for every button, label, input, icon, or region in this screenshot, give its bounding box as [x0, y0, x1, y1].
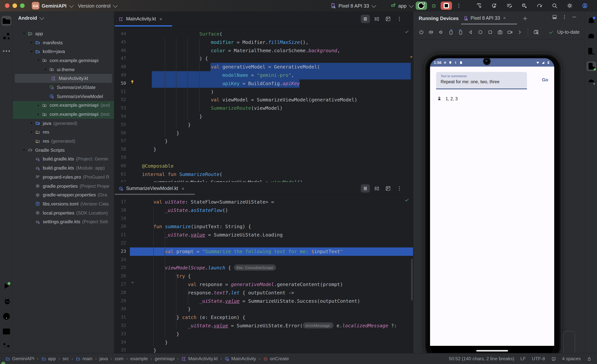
profiler-icon[interactable]	[505, 1, 513, 10]
volume-up-icon[interactable]	[427, 28, 435, 36]
code-line-46[interactable]: 46 color = MaterialTheme.colorScheme.bac…	[114, 46, 413, 55]
tree-chevron-icon[interactable]	[29, 49, 34, 54]
more-vertical-icon[interactable]	[456, 3, 462, 9]
tree-item-kotlin-java[interactable]: kotlin+java	[13, 47, 114, 56]
problems-icon[interactable]	[1, 311, 11, 321]
line-number[interactable]: 28	[114, 289, 126, 297]
code-line-33[interactable]: 33 }	[114, 330, 413, 338]
line-number[interactable]: 33	[114, 330, 126, 338]
more-chevron-icon[interactable]	[516, 28, 524, 36]
code-line-44[interactable]: 44 Surface(	[114, 30, 413, 38]
tree-item-libs-versions-toml[interactable]: libs.versions.toml(Version Cata	[13, 199, 114, 208]
code-line-52[interactable]: 52 val viewModel = SummarizeViewModel(ge…	[114, 96, 413, 104]
code-line-50[interactable]: 50 apiKey = BuildConfig.apiKey	[114, 79, 413, 88]
volume-down-icon[interactable]	[437, 28, 445, 36]
code-line-60[interactable]: 60@Composable	[114, 162, 413, 170]
tree-chevron-icon[interactable]	[21, 31, 27, 36]
more-vertical-icon[interactable]	[395, 15, 404, 23]
project-view-selector[interactable]: Android	[13, 11, 114, 24]
tab-mainactivity[interactable]: MainActivity.kt ×	[115, 11, 166, 26]
line-number[interactable]: 19	[114, 214, 126, 223]
code-line-47[interactable]: 47 ) {	[114, 55, 413, 63]
split-editor-icon[interactable]	[372, 15, 381, 23]
inspect-icon[interactable]	[532, 28, 540, 36]
run-configuration[interactable]: app	[390, 0, 413, 11]
code-line-30[interactable]: 30 }	[114, 305, 413, 313]
line-number[interactable]: 25	[114, 264, 126, 272]
tree-item-build-gradle-kts[interactable]: build.gradle.kts(Project: Gemin	[13, 155, 114, 163]
add-device-tab-icon[interactable]	[521, 14, 529, 23]
code-line-54[interactable]: 54 }	[114, 112, 413, 121]
code-line-20[interactable]: 20 fun summarize(inputText: String) {	[114, 223, 413, 231]
tree-item-java[interactable]: java(generated)	[13, 119, 114, 128]
tree-chevron-icon[interactable]	[36, 112, 41, 116]
line-number[interactable]: 53	[114, 104, 126, 112]
gesture-pill[interactable]	[476, 350, 508, 351]
overview-icon[interactable]	[486, 28, 495, 36]
line-number[interactable]: 44	[114, 30, 126, 38]
line-number[interactable]: 50	[114, 79, 126, 88]
version-control-icon[interactable]	[1, 342, 11, 351]
editor-mainactivity[interactable]: 44 Surface(45 modifier = Modifier.fillMa…	[114, 27, 413, 182]
line-number[interactable]: 51	[114, 88, 126, 96]
settings-gear-icon[interactable]	[566, 1, 574, 10]
line-number[interactable]: 55	[114, 121, 126, 129]
code-line-45[interactable]: 45 modifier = Modifier.fillMaxSize(),	[114, 38, 413, 46]
code-line-22[interactable]: 22	[114, 239, 413, 248]
sync-and-refactor-icon[interactable]	[490, 1, 498, 10]
build-hammer-icon[interactable]	[475, 1, 483, 10]
code-line-61[interactable]: 61internal fun SummarizeRoute(	[114, 170, 413, 178]
code-line-49[interactable]: 49 modelName = "gemini-pro",	[114, 71, 413, 79]
rotate-right-icon[interactable]	[456, 28, 465, 36]
vcs-menu[interactable]: Version control	[78, 0, 117, 11]
line-number[interactable]: 31	[114, 313, 126, 322]
code-line-27[interactable]: 27 val response = generativeModel.genera…	[114, 280, 413, 289]
breadcrumb-main[interactable]: main	[76, 356, 92, 361]
code-line-31[interactable]: 31 } catch (e: Exception) {	[114, 313, 413, 322]
tree-item-build-gradle-kts[interactable]: build.gradle.kts(Module :app)	[13, 164, 114, 172]
debug-bug-icon[interactable]	[431, 3, 437, 9]
more-vertical-icon[interactable]	[561, 14, 567, 20]
editor-list-icon[interactable]	[361, 15, 370, 23]
camera-icon[interactable]	[496, 28, 504, 36]
tree-chevron-icon[interactable]	[21, 148, 27, 152]
code-line-32[interactable]: 32 _uiState.value = SummarizeUiState.Err…	[114, 322, 413, 330]
close-window-button[interactable]	[5, 3, 9, 8]
line-number[interactable]: 57	[114, 137, 126, 146]
tree-item-gradle-scripts[interactable]: Gradle Scripts	[13, 146, 114, 155]
screen-record-icon[interactable]	[506, 28, 514, 36]
device-selector[interactable]: Pixel 8 API 33	[330, 0, 376, 11]
line-number[interactable]: 35	[114, 346, 126, 354]
unlock-icon[interactable]	[587, 356, 592, 361]
gemini-icon[interactable]	[586, 77, 596, 86]
text-to-summarize-field[interactable]: Text to summarize Repeat for me: one, tw…	[436, 72, 527, 89]
close-tab-icon[interactable]: ×	[181, 186, 184, 191]
line-number[interactable]: 49	[114, 71, 126, 79]
gradle-icon[interactable]	[586, 31, 596, 41]
tree-item-gradle-wrapper-properties[interactable]: gradle-wrapper.properties(Gra	[13, 191, 114, 199]
line-number[interactable]: 59	[114, 154, 126, 162]
lightbulb-icon[interactable]	[130, 79, 135, 84]
notifications-icon[interactable]	[586, 16, 596, 26]
close-tab-icon[interactable]: ×	[159, 16, 162, 22]
logcat-icon[interactable]	[1, 296, 11, 306]
tree-chevron-icon[interactable]	[29, 130, 34, 134]
line-number[interactable]: 21	[114, 231, 126, 239]
device-manager-icon[interactable]	[586, 46, 596, 56]
rerun-button[interactable]	[416, 1, 427, 10]
code-line-59[interactable]: 59	[114, 154, 413, 162]
editor-summarizeviewmodel[interactable]: 17 val uiState: StateFlow<SummarizeUiSta…	[114, 195, 413, 354]
tab-summarizeviewmodel[interactable]: C SummarizeViewModel.kt ×	[115, 182, 188, 195]
tree-item-gradle-properties[interactable]: gradle.properties(Project Prope	[13, 181, 114, 190]
maximize-window-button[interactable]	[20, 3, 25, 8]
tree-chevron-icon[interactable]	[29, 121, 34, 125]
zoom-out-button[interactable]	[565, 343, 573, 352]
tree-chevron-icon[interactable]	[36, 103, 41, 108]
caret-position-widget[interactable]: 50:52 (140 chars, 2 line breaks)	[449, 356, 514, 361]
tree-item-com-example-geminiapi[interactable]: com.example.geminiapi(test	[13, 110, 114, 119]
line-ending-widget[interactable]: LF	[520, 356, 526, 361]
line-number[interactable]: 47	[114, 55, 126, 63]
tree-item-com-example-geminiapi[interactable]: com.example.geminiapi(and	[13, 101, 114, 110]
code-line-48[interactable]: 48 val generativeModel = GenerativeModel…	[114, 63, 413, 71]
breadcrumb-app[interactable]: app	[41, 356, 56, 361]
